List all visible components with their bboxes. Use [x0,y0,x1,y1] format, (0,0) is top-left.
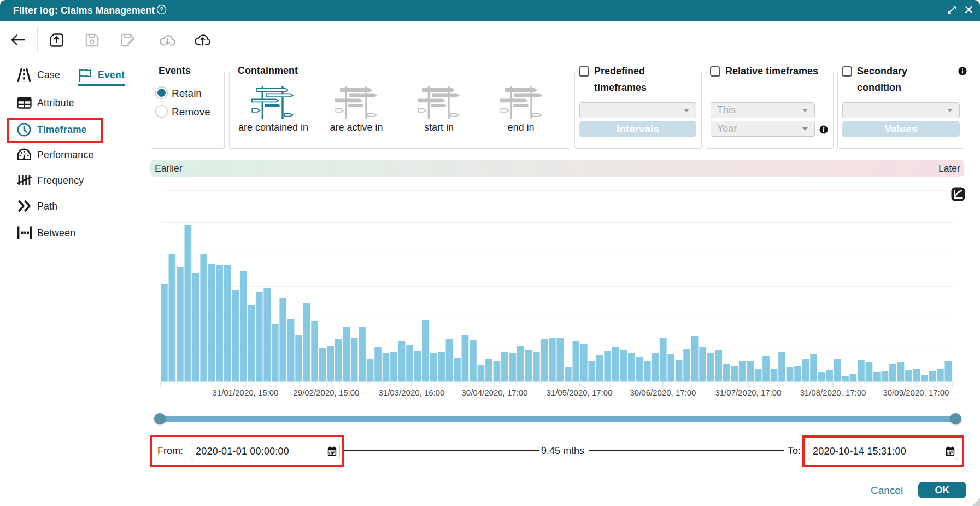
svg-text:31/08/2020, 17:00: 31/08/2020, 17:00 [800,388,866,397]
svg-text:31/03/2020, 16:00: 31/03/2020, 16:00 [379,388,445,397]
svg-text:31/01/2020, 15:00: 31/01/2020, 15:00 [213,388,279,397]
svg-text:30/06/2020, 17:00: 30/06/2020, 17:00 [630,388,696,397]
svg-text:31/05/2020, 17:00: 31/05/2020, 17:00 [547,388,613,397]
svg-text:29/02/2020, 15:00: 29/02/2020, 15:00 [294,388,360,397]
svg-text:30/09/2020, 17:00: 30/09/2020, 17:00 [883,388,949,397]
svg-text:31/07/2020, 17:00: 31/07/2020, 17:00 [715,388,782,397]
svg-text:30/04/2020, 17:00: 30/04/2020, 17:00 [462,388,528,397]
